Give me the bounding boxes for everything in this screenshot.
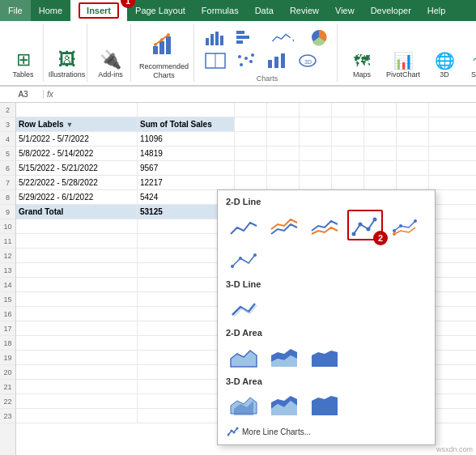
empty-cell (267, 176, 300, 189)
chart-option-line-stacked[interactable] (266, 210, 302, 240)
cell-r5-c2[interactable]: 14819 (138, 147, 235, 160)
pivotchart-button[interactable]: 📊 PivotChart (383, 51, 423, 80)
cell-r5-c1[interactable]: 5/8/2022 - 5/14/2022 (16, 147, 138, 160)
cell-r12-c1[interactable] (16, 249, 138, 262)
addins-icon: 🔌 (100, 51, 121, 69)
line-chart-dropdown[interactable]: ▼ (262, 26, 303, 49)
chart-option-area-3d-stacked[interactable] (266, 389, 302, 420)
empty-cell (397, 117, 429, 131)
tab-formulas[interactable]: Formulas (193, 0, 247, 21)
svg-point-32 (399, 224, 402, 228)
chart-option-line-markers-100[interactable] (226, 244, 261, 274)
cell-r16-c1[interactable] (16, 307, 138, 321)
bar-chart-button[interactable] (232, 26, 261, 49)
cell-r2-c1[interactable] (16, 103, 138, 117)
svg-rect-24 (281, 53, 285, 68)
svg-point-21 (251, 53, 254, 57)
cell-r6-c2[interactable]: 9567 (138, 161, 235, 175)
row-num-10: 10 (0, 219, 15, 234)
svg-rect-7 (210, 34, 214, 45)
chart-option-area-stacked[interactable] (266, 341, 302, 372)
chart-option-area-3d[interactable] (226, 389, 261, 420)
illustrations-button[interactable]: 🖼 Illustrations (45, 49, 89, 80)
cell-r19-c1[interactable] (16, 351, 138, 364)
cell-r9-c1[interactable]: Grand Total (16, 205, 138, 219)
cell-r3-c1[interactable]: Row Labels▼ (16, 117, 138, 131)
cell-r13-c1[interactable] (16, 263, 138, 277)
cell-r8-c1[interactable]: 5/29/2022 - 6/1/2022 (16, 190, 138, 204)
name-box[interactable]: A3 (3, 90, 44, 99)
cell-r4-c2[interactable]: 11096 (138, 132, 235, 146)
column-chart-button[interactable] (201, 26, 230, 49)
tab-data[interactable]: Data (247, 0, 282, 21)
empty-cell (235, 132, 267, 146)
threed-chart-button[interactable]: 3D (293, 49, 322, 72)
ribbon-tabs: File Home Insert 1 Page Layout Formulas … (0, 0, 476, 21)
recommended-charts-label: RecommendedCharts (139, 62, 189, 80)
hierarchy-chart-button[interactable] (201, 49, 230, 72)
cell-r20-c1[interactable] (16, 365, 138, 379)
chart-option-area[interactable] (226, 341, 261, 372)
cell-r4-c1[interactable]: 5/1/2022 - 5/7/2022 (16, 132, 138, 146)
chart-option-line-markers[interactable]: 2 (347, 210, 383, 240)
more-line-charts-link[interactable]: More Line Charts... (226, 423, 427, 438)
filter-dropdown-icon[interactable]: ▼ (66, 121, 74, 129)
charts-label: Charts (201, 74, 334, 83)
chart-option-line-markers-stacked[interactable] (388, 210, 423, 240)
svg-point-4 (160, 38, 164, 41)
cell-r18-c1[interactable] (16, 336, 138, 350)
row-num-17: 17 (0, 321, 15, 336)
tables-label: Tables (12, 70, 33, 79)
cell-r2-c2[interactable] (138, 103, 235, 117)
tab-developer[interactable]: Developer (363, 0, 419, 21)
tab-insert[interactable]: Insert 1 (70, 0, 127, 21)
cell-r7-c2[interactable]: 12217 (138, 176, 235, 189)
chart-option-line-3d[interactable] (226, 292, 261, 323)
tab-home[interactable]: Home (31, 0, 70, 21)
sparklines-button[interactable]: 〰 Spar... (465, 51, 476, 80)
tab-help[interactable]: Help (419, 0, 454, 21)
sheet-row-5: 5/8/2022 - 5/14/202214819 (16, 147, 476, 161)
tab-page-layout[interactable]: Page Layout (127, 0, 193, 21)
cell-r11-c1[interactable] (16, 234, 138, 248)
tab-review[interactable]: Review (282, 0, 327, 21)
row-num-11: 11 (0, 234, 15, 249)
svg-point-50 (236, 427, 239, 430)
row-num-21: 21 (0, 380, 15, 394)
svg-point-35 (231, 265, 234, 268)
sheet-row-3: Row Labels▼Sum of Total Sales (16, 117, 476, 132)
pie-chart-button[interactable] (304, 26, 334, 49)
tab-view[interactable]: View (327, 0, 363, 21)
scatter-chart-button[interactable] (232, 49, 261, 72)
cell-r21-c1[interactable] (16, 380, 138, 393)
cell-r22-c1[interactable] (16, 394, 138, 408)
chart-row-2: 3D (201, 49, 334, 72)
cell-r7-c1[interactable]: 5/22/2022 - 5/28/2022 (16, 176, 138, 189)
chart-option-line[interactable] (226, 210, 261, 240)
tables-button[interactable]: ⊞ Tables (7, 49, 40, 80)
empty-cell (364, 117, 397, 131)
combo-chart-button[interactable] (262, 49, 291, 72)
recommended-charts-button[interactable]: RecommendedCharts (134, 24, 194, 82)
3dmap-icon: 🌐 (435, 53, 455, 69)
chart-option-area-3d-100[interactable] (307, 389, 342, 420)
svg-rect-23 (274, 57, 278, 68)
chart-type-dropdown: 2-D Line 2 3-D Line (217, 189, 436, 445)
cell-r17-c1[interactable] (16, 321, 138, 335)
cell-r23-c1[interactable] (16, 409, 138, 423)
cell-r3-c2[interactable]: Sum of Total Sales (138, 117, 235, 131)
svg-point-30 (373, 218, 377, 222)
3d-map-button[interactable]: 🌐 3D (428, 51, 461, 80)
chart-option-line-100[interactable] (307, 210, 342, 240)
addins-button[interactable]: 🔌 Add-ins (95, 49, 127, 80)
cell-r10-c1[interactable] (16, 219, 138, 233)
svg-point-34 (393, 232, 396, 236)
chart-option-area-100[interactable] (307, 341, 342, 372)
maps-button[interactable]: 🗺 Maps (346, 51, 378, 80)
cell-r14-c1[interactable] (16, 278, 138, 291)
cell-r6-c1[interactable]: 5/15/2022 - 5/21/2022 (16, 161, 138, 175)
cell-r15-c1[interactable] (16, 292, 138, 306)
sheet-row-7: 5/22/2022 - 5/28/202212217 (16, 176, 476, 190)
tab-file[interactable]: File (0, 0, 31, 21)
svg-point-3 (154, 43, 157, 46)
